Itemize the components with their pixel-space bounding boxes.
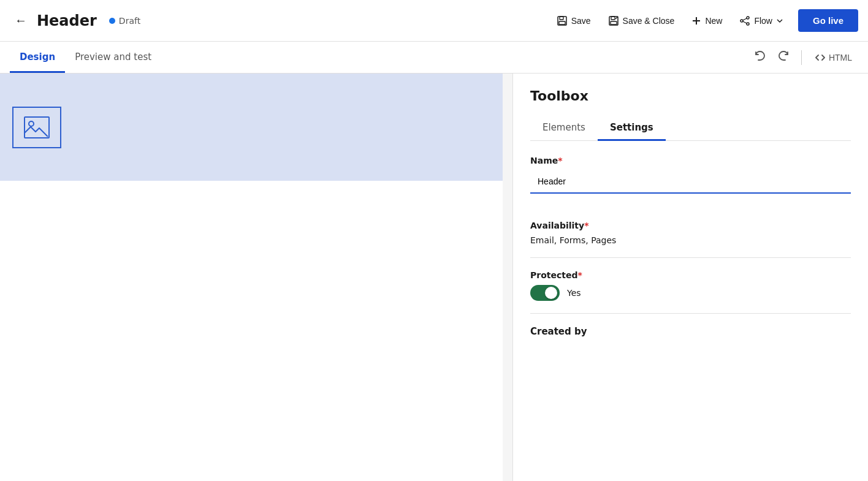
availability-field-section: Availability* Email, Forms, Pages	[530, 221, 851, 245]
save-close-button[interactable]: Save & Close	[601, 10, 682, 31]
toggle-label: Yes	[567, 288, 581, 298]
top-bar: ← Header Draft Save Save & Close	[0, 0, 868, 42]
tab-divider	[801, 50, 802, 65]
redo-button[interactable]	[774, 46, 794, 69]
image-placeholder	[12, 107, 61, 148]
svg-point-11	[747, 23, 749, 25]
undo-icon	[753, 50, 766, 62]
toggle-row: Yes	[530, 285, 851, 301]
created-by-label: Created by	[530, 326, 851, 337]
created-by-section: Created by	[530, 326, 851, 337]
toolbox-tab-elements[interactable]: Elements	[530, 116, 598, 141]
toolbox-panel: Toolbox Elements Settings Name* Availabi…	[512, 74, 868, 481]
chevron-down-icon	[776, 17, 783, 25]
draft-dot-icon	[109, 18, 115, 24]
undo-button[interactable]	[750, 46, 769, 69]
draft-label: Draft	[119, 16, 140, 26]
svg-point-10	[747, 17, 749, 19]
tab-preview[interactable]: Preview and test	[65, 43, 161, 73]
header-block[interactable]	[0, 74, 503, 181]
toggle-knob	[545, 287, 557, 299]
svg-line-13	[743, 21, 747, 23]
new-label: New	[705, 16, 722, 26]
name-field-section: Name*	[530, 156, 851, 208]
protected-required-star: *	[577, 270, 582, 280]
flow-label: Flow	[754, 16, 772, 26]
canvas-inner	[0, 74, 503, 481]
new-button[interactable]: New	[684, 11, 729, 31]
protected-toggle[interactable]	[530, 285, 560, 301]
html-button[interactable]: HTML	[809, 49, 858, 66]
new-plus-icon	[691, 16, 701, 26]
image-icon	[23, 116, 50, 139]
flow-button[interactable]: Flow	[732, 10, 791, 31]
name-required-star: *	[558, 156, 562, 165]
save-label: Save	[571, 16, 591, 26]
svg-rect-5	[611, 21, 617, 25]
svg-point-15	[29, 121, 34, 126]
section-divider-1	[530, 257, 851, 258]
back-button[interactable]: ←	[10, 11, 32, 30]
redo-icon	[778, 50, 790, 62]
canvas-area	[0, 74, 512, 481]
go-live-button[interactable]: Go live	[798, 9, 858, 32]
draft-badge: Draft	[109, 16, 140, 26]
page-title: Header	[37, 12, 97, 29]
save-button[interactable]: Save	[549, 10, 598, 31]
html-label: HTML	[829, 53, 852, 62]
toolbox-tabs: Elements Settings	[530, 116, 851, 141]
section-divider-2	[530, 313, 851, 314]
save-icon	[557, 15, 568, 26]
availability-required-star: *	[584, 221, 588, 230]
tab-bar-right: HTML	[750, 46, 858, 69]
name-input[interactable]	[530, 170, 851, 194]
tab-design[interactable]: Design	[10, 43, 65, 73]
toolbox-title: Toolbox	[530, 88, 851, 104]
save-close-label: Save & Close	[623, 16, 675, 26]
code-icon	[815, 53, 825, 62]
toolbox-tab-settings[interactable]: Settings	[598, 116, 666, 141]
save-close-icon	[608, 15, 619, 26]
availability-value: Email, Forms, Pages	[530, 235, 851, 245]
availability-label: Availability*	[530, 221, 851, 230]
svg-point-9	[740, 20, 743, 22]
top-bar-actions: Save Save & Close New	[549, 9, 858, 32]
svg-line-12	[743, 18, 747, 20]
flow-icon	[739, 15, 750, 26]
tab-bar: Design Preview and test HTML	[0, 42, 868, 74]
protected-label: Protected*	[530, 270, 851, 280]
protected-field-section: Protected* Yes	[530, 270, 851, 301]
main-content: Toolbox Elements Settings Name* Availabi…	[0, 74, 868, 481]
svg-rect-2	[559, 21, 565, 25]
name-label: Name*	[530, 156, 851, 165]
